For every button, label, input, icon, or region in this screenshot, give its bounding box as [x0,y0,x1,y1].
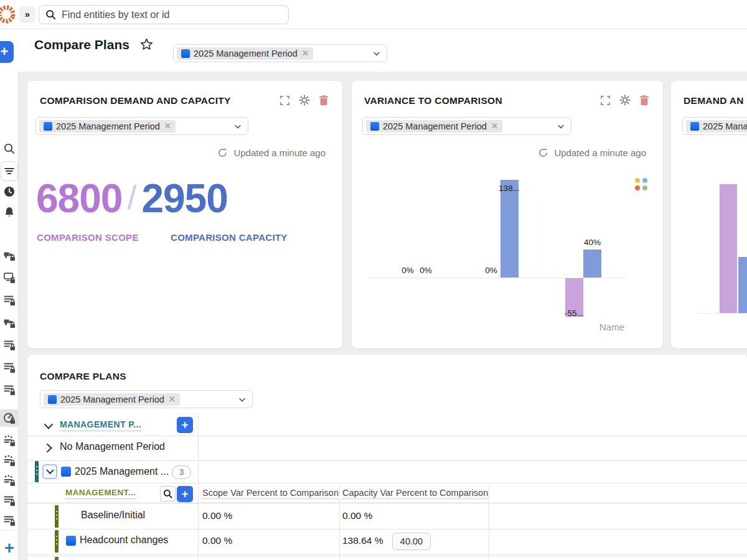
cell-scope-var[interactable]: 0.00 % [202,510,232,521]
sidebar-divider [0,530,18,531]
chip-remove-icon[interactable]: ✕ [491,121,498,131]
expand-icon[interactable] [600,95,611,106]
chevron-down-icon[interactable] [44,423,54,430]
add-plan-button[interactable]: + [177,417,193,433]
trash-icon[interactable] [639,95,649,106]
row-drag-handle[interactable] [35,461,39,482]
trash-icon[interactable] [319,95,329,106]
chevron-down-icon [373,48,380,59]
bell-icon [3,206,16,218]
global-search-input[interactable] [62,9,282,21]
plan-color-icon [66,536,76,546]
nested-search-button[interactable] [160,486,176,502]
dots-lock-icon [3,434,16,447]
card-title: DEMAND AN [684,95,744,106]
chip-remove-icon[interactable]: ✕ [164,121,171,131]
left-sidebar: + [0,72,19,560]
column-header-scope-var[interactable]: Scope Var Percent to Comparison [202,488,339,499]
gear-icon[interactable] [619,95,631,106]
sidebar-collapse-button[interactable]: » [19,6,35,23]
list-lock-icon [3,361,16,373]
favorite-star-icon[interactable] [140,38,153,51]
card-comparison-demand-capacity: COMPARISON DEMAND AND CAPACITY 2025 Mana… [27,81,342,348]
row-2025-management-period[interactable]: 2025 Management ... [75,466,169,477]
bar-Capacity Var Percent to Comparison [583,250,601,278]
sidebar-item-entity-4[interactable] [1,314,18,331]
column-header-capacity-var[interactable]: Capacity Var Percent to Comparison [342,488,488,499]
row-drag-handle[interactable] [55,505,59,528]
capacity-value-chip[interactable]: 40.00 [392,533,431,550]
sidebar-item-entity-13[interactable] [1,511,18,529]
chip-remove-icon[interactable]: ✕ [302,49,309,58]
sidebar-item-entity-11[interactable] [1,472,18,489]
card-filter-dropdown[interactable]: 2025 Management Period✕ [35,117,248,135]
filter-chip-label: 2025 Management Period [194,49,298,58]
gear-icon[interactable] [299,95,310,106]
filter-chip[interactable]: 2025 Management Period✕ [39,120,176,133]
bar-label: 0% [411,266,441,275]
compare-plans-panel: COMPARE PLANS 2025 Management Period✕ MA… [27,355,747,560]
expand-icon[interactable] [280,95,290,106]
sidebar-item-entity-3[interactable] [1,291,18,309]
filter-chip[interactable]: 2025 Management Period✕ [44,393,180,406]
filter-chip[interactable]: 2025 Management Period✕ [366,120,502,133]
card-filter-dropdown[interactable]: 2025 Management Period✕ [362,117,571,135]
clock-icon [3,185,16,198]
sidebar-item-history[interactable] [1,183,18,200]
row-drag-handle[interactable] [55,530,59,553]
x-axis-line [369,278,626,278]
gauge-lock-icon [3,412,16,424]
sidebar-item-entity-8[interactable] [0,409,18,427]
panel-filter-dropdown[interactable]: 2025 Management Period✕ [40,390,253,408]
screen-lock-icon [3,271,16,284]
top-bar: » [0,0,747,29]
plan-color-icon [370,122,379,131]
chevron-down-icon [234,121,242,132]
row-no-management-period[interactable]: No Management Period [60,441,165,452]
sidebar-item-entity-6[interactable] [1,358,18,376]
row-baseline-initial[interactable]: Baseline/Initial [81,510,145,521]
card-title: VARIANCE TO COMPARISON [364,95,502,106]
app-logo-icon[interactable] [0,3,17,26]
sidebar-item-entity-7[interactable] [1,381,18,398]
sidebar-item-entity-10[interactable] [1,452,18,469]
refresh-icon[interactable] [217,147,228,158]
cell-capacity-var[interactable]: 0.00 % [342,510,372,521]
outer-table-header[interactable]: MANAGEMENT P... [60,419,141,431]
plan-color-icon [181,49,190,58]
chevron-right-icon[interactable] [46,443,53,453]
filter-chip-label: 2025 Management Period [56,121,160,131]
row-drag-handle[interactable] [55,557,59,560]
sidebar-item-entity-2[interactable] [1,269,18,286]
page-filter-dropdown[interactable]: 2025 Management Period✕ [173,44,387,62]
cell-scope-var[interactable]: 0.00 % [202,535,232,546]
sidebar-item-entity-5[interactable] [1,336,18,353]
collapse-row-button[interactable] [42,464,57,479]
row-headcount-changes[interactable]: Headcount changes [80,534,168,546]
filter-chip[interactable]: 2025 Management Period✕ [686,120,747,133]
metric-divider: / [127,178,136,217]
refresh-icon[interactable] [538,147,548,158]
sidebar-item-filter[interactable] [1,161,18,181]
plan-color-icon [44,122,52,131]
sidebar-item-entity-1[interactable] [1,246,18,264]
card-filter-dropdown[interactable]: 2025 Management Period✕ [682,117,747,135]
sidebar-item-search[interactable] [1,140,18,157]
truck-lock-icon [3,316,16,329]
global-search[interactable] [39,5,289,24]
sidebar-add-button[interactable]: + [1,539,18,558]
sidebar-item-entity-12[interactable] [1,492,18,509]
nested-add-button[interactable]: + [177,486,193,502]
panel-title: COMPARE PLANS [40,371,126,382]
sidebar-item-notifications[interactable] [1,203,18,221]
filter-chip[interactable]: 2025 Management Period✕ [177,47,313,60]
bar-demand [720,184,737,313]
sidebar-item-entity-9[interactable] [1,432,18,449]
nested-table-header[interactable]: MANAGEMENT... [65,488,136,499]
comparison-scope-value: 6800 [36,175,122,222]
title-bar: + Compare Plans 2025 Management Period✕ [0,29,747,72]
chip-remove-icon[interactable]: ✕ [169,394,176,404]
new-item-button[interactable]: + [0,41,14,63]
list-lock-icon [3,338,16,351]
cell-capacity-var[interactable]: 138.64 % [342,535,383,546]
